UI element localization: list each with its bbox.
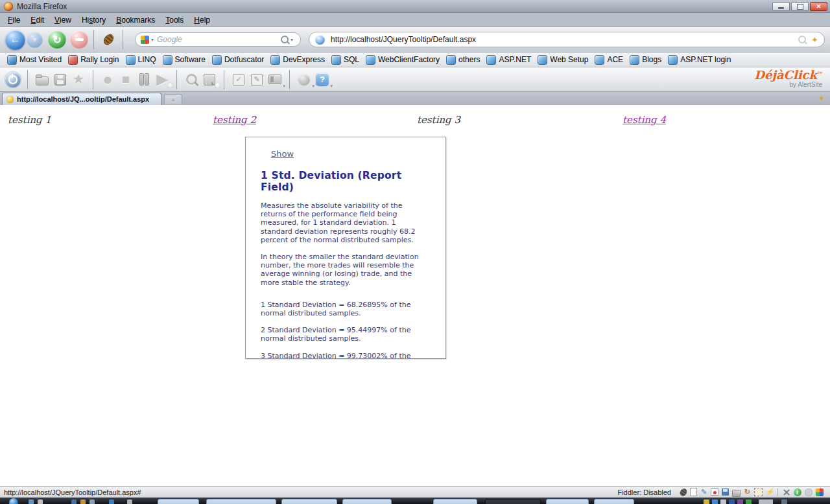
dejaclick-play-button[interactable]: ▶ xyxy=(153,71,171,89)
refresh-status-icon[interactable]: ↻ xyxy=(743,488,752,496)
quicklaunch-icon[interactable] xyxy=(109,499,114,504)
dejaclick-zoom-button[interactable] xyxy=(182,71,200,89)
dejaclick-note-button[interactable] xyxy=(200,71,219,89)
forward-button[interactable]: ▾ xyxy=(27,32,43,48)
tools-status-icon[interactable] xyxy=(782,488,790,496)
screenshot-icon[interactable] xyxy=(711,488,718,496)
bookmark-star-icon[interactable]: ✦ xyxy=(811,35,818,45)
dejaclick-edit-button[interactable]: ✎ xyxy=(248,71,266,89)
search-go-dropdown-icon[interactable]: ▾ xyxy=(290,37,293,43)
link-testing-4[interactable]: testing 4 xyxy=(622,114,666,126)
back-button[interactable]: ← xyxy=(5,30,25,50)
close-button[interactable]: ✕ xyxy=(810,2,827,11)
save-status-icon[interactable] xyxy=(721,488,729,496)
bookmark-aspnet-login[interactable]: ASP.NET login xyxy=(665,55,734,65)
bookmark-ace[interactable]: ACE xyxy=(591,55,626,65)
task-button[interactable] xyxy=(594,499,634,504)
bookmark-devexpress[interactable]: DevExpress xyxy=(267,55,328,65)
menu-tools[interactable]: Tools xyxy=(160,14,189,26)
window-title: Mozilla Firefox xyxy=(17,2,67,11)
dejaclick-monitor-button[interactable]: ▾ xyxy=(295,71,313,89)
bookmark-rally-login[interactable]: Rally Login xyxy=(65,55,122,65)
tray-icon[interactable] xyxy=(704,499,709,504)
search-box[interactable]: ▾ ▾ xyxy=(135,32,301,47)
globe-status-icon[interactable] xyxy=(804,488,812,496)
task-button-active[interactable] xyxy=(485,499,541,504)
selection-icon[interactable] xyxy=(754,488,763,496)
dejaclick-power-button[interactable] xyxy=(4,71,22,89)
bookmark-blogs[interactable]: Blogs xyxy=(626,55,665,65)
lightning-icon[interactable]: ⚡ xyxy=(765,488,774,496)
tray-icon[interactable] xyxy=(712,499,718,504)
tray-icon[interactable] xyxy=(759,499,773,504)
menu-history[interactable]: History xyxy=(77,14,111,26)
link-testing-1[interactable]: testing 1 xyxy=(8,114,51,126)
quicklaunch-icon[interactable] xyxy=(29,499,34,504)
bookmark-most-visited[interactable]: Most Visited xyxy=(4,55,65,65)
url-bar[interactable]: ✦ xyxy=(309,32,825,47)
tray-icon[interactable] xyxy=(720,499,726,504)
quicklaunch-icon[interactable] xyxy=(89,499,95,504)
print-status-icon[interactable] xyxy=(732,488,741,496)
tab-list-gold-icon[interactable]: ✦ xyxy=(818,94,825,103)
new-tab-button[interactable]: + xyxy=(164,94,182,104)
task-button[interactable] xyxy=(206,499,276,504)
dejaclick-record-button[interactable]: ● xyxy=(99,71,117,89)
quicklaunch-icon[interactable] xyxy=(127,499,132,504)
dejaclick-stop-button[interactable]: ■ xyxy=(117,71,135,89)
new-page-icon[interactable] xyxy=(690,488,697,496)
active-tab[interactable]: http://localhost/JQ...ooltip/Default.asp… xyxy=(2,93,161,105)
url-history-magnifier-icon[interactable] xyxy=(798,36,806,43)
dejaclick-bookmark-button[interactable]: ★ xyxy=(69,71,88,89)
link-testing-3[interactable]: testing 3 xyxy=(417,114,460,126)
dejaclick-save-button[interactable] xyxy=(51,71,69,89)
search-magnifier-icon[interactable] xyxy=(281,36,289,43)
task-button[interactable] xyxy=(281,499,337,504)
task-button[interactable] xyxy=(546,499,589,504)
menu-file[interactable]: File xyxy=(3,14,25,26)
firebug-status-icon[interactable] xyxy=(679,488,687,496)
menu-view[interactable]: View xyxy=(49,14,77,26)
pencil-icon[interactable]: ✎ xyxy=(700,488,708,496)
link-testing-2[interactable]: testing 2 xyxy=(213,114,256,126)
menu-bookmarks[interactable]: Bookmarks xyxy=(111,14,160,26)
bookmark-software[interactable]: Software xyxy=(160,55,209,65)
menu-edit[interactable]: Edit xyxy=(25,14,49,26)
quicklaunch-icon[interactable] xyxy=(80,499,86,504)
url-input[interactable] xyxy=(329,34,798,45)
info-status-icon[interactable]: i xyxy=(793,488,801,496)
reload-button[interactable]: ↻ xyxy=(48,30,66,49)
dejaclick-sidebar-button[interactable]: ▾ xyxy=(266,71,284,89)
firebug-button[interactable] xyxy=(99,30,117,49)
stop-button[interactable] xyxy=(70,30,88,49)
fiddler-status-text[interactable]: Fiddler: Disabled xyxy=(617,488,671,496)
task-button[interactable] xyxy=(433,499,477,504)
quicklaunch-icon[interactable] xyxy=(38,499,43,504)
bookmark-aspnet[interactable]: ASP.NET xyxy=(483,55,534,65)
menu-help[interactable]: Help xyxy=(189,14,215,26)
restore-button[interactable] xyxy=(791,2,809,11)
bookmark-dotfuscator[interactable]: Dotfuscator xyxy=(209,55,267,65)
dejaclick-help-button[interactable]: ?▾ xyxy=(313,71,331,89)
dejaclick-pause-button[interactable] xyxy=(135,71,153,89)
task-button[interactable] xyxy=(158,499,199,504)
bookmark-linq[interactable]: LINQ xyxy=(123,55,160,65)
task-button[interactable] xyxy=(342,499,392,504)
tray-icon[interactable] xyxy=(746,499,752,504)
start-orb-icon[interactable] xyxy=(9,498,18,504)
search-engine-dropdown-icon[interactable]: ▾ xyxy=(151,37,154,43)
quicklaunch-icon[interactable] xyxy=(71,499,77,504)
minimize-button[interactable] xyxy=(772,2,790,11)
tray-icon[interactable] xyxy=(737,499,743,504)
show-link[interactable]: Show xyxy=(271,149,294,159)
search-input[interactable] xyxy=(156,34,281,45)
bookmark-others[interactable]: others xyxy=(443,55,483,65)
dejaclick-validate-button[interactable]: ✓ xyxy=(230,71,248,89)
bookmark-webclientfactory[interactable]: WebClientFactory xyxy=(362,55,443,65)
pinwheel-status-icon[interactable] xyxy=(815,488,824,496)
tray-icon[interactable] xyxy=(781,499,787,504)
tray-icon[interactable] xyxy=(729,499,735,504)
bookmark-sql[interactable]: SQL xyxy=(328,55,362,65)
bookmark-web-setup[interactable]: Web Setup xyxy=(534,55,591,65)
dejaclick-open-button[interactable] xyxy=(33,71,51,89)
